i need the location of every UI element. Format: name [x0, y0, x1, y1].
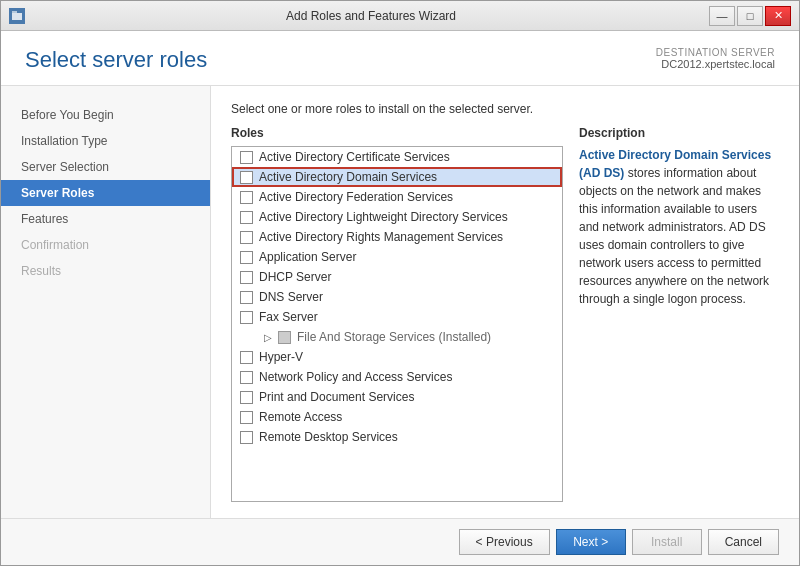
wizard-content: Before You Begin Installation Type Serve… — [1, 86, 799, 518]
role-label-adds: Active Directory Domain Services — [259, 170, 437, 184]
roles-container: Roles Active Directory Certificate Servi… — [231, 126, 779, 502]
role-label-adcs: Active Directory Certificate Services — [259, 150, 450, 164]
wizard-footer: < Previous Next > Install Cancel — [1, 518, 799, 565]
svg-rect-2 — [12, 11, 17, 13]
role-item-fax[interactable]: Fax Server — [232, 307, 562, 327]
description-label: Description — [579, 126, 779, 140]
role-checkbox-rds[interactable] — [240, 431, 253, 444]
role-item-rds[interactable]: Remote Desktop Services — [232, 427, 562, 447]
role-checkbox-appserver[interactable] — [240, 251, 253, 264]
role-item-npas[interactable]: Network Policy and Access Services — [232, 367, 562, 387]
role-item-pds[interactable]: Print and Document Services — [232, 387, 562, 407]
wizard-window: Add Roles and Features Wizard — □ ✕ Sele… — [0, 0, 800, 566]
role-label-adrms: Active Directory Rights Management Servi… — [259, 230, 503, 244]
role-item-remoteaccess[interactable]: Remote Access — [232, 407, 562, 427]
role-label-pds: Print and Document Services — [259, 390, 414, 404]
role-label-dhcp: DHCP Server — [259, 270, 331, 284]
nav-item-results: Results — [1, 258, 210, 284]
wizard-body: Select server roles DESTINATION SERVER D… — [1, 31, 799, 565]
window-title: Add Roles and Features Wizard — [33, 9, 709, 23]
wizard-nav: Before You Begin Installation Type Serve… — [1, 86, 211, 518]
wizard-title: Select server roles — [25, 47, 207, 73]
nav-item-confirmation: Confirmation — [1, 232, 210, 258]
role-label-npas: Network Policy and Access Services — [259, 370, 452, 384]
role-item-appserver[interactable]: Application Server — [232, 247, 562, 267]
previous-button[interactable]: < Previous — [459, 529, 550, 555]
role-item-hyperv[interactable]: Hyper-V — [232, 347, 562, 367]
wizard-main-panel: Select one or more roles to install on t… — [211, 86, 799, 518]
minimize-button[interactable]: — — [709, 6, 735, 26]
role-checkbox-adlds[interactable] — [240, 211, 253, 224]
role-item-dns[interactable]: DNS Server — [232, 287, 562, 307]
wizard-header: Select server roles DESTINATION SERVER D… — [1, 31, 799, 86]
role-item-adds[interactable]: Active Directory Domain Services — [232, 167, 562, 187]
nav-item-before-you-begin[interactable]: Before You Begin — [1, 102, 210, 128]
role-label-adfs: Active Directory Federation Services — [259, 190, 453, 204]
nav-item-server-selection[interactable]: Server Selection — [1, 154, 210, 180]
maximize-button[interactable]: □ — [737, 6, 763, 26]
main-subtitle: Select one or more roles to install on t… — [231, 102, 779, 116]
role-checkbox-fax[interactable] — [240, 311, 253, 324]
description-section: Description Active Directory Domain Serv… — [579, 126, 779, 502]
expand-arrow-icon[interactable]: ▷ — [262, 331, 274, 343]
destination-server: DESTINATION SERVER DC2012.xpertstec.loca… — [656, 47, 775, 70]
install-button[interactable]: Install — [632, 529, 702, 555]
nav-item-features[interactable]: Features — [1, 206, 210, 232]
role-label-filestorage: File And Storage Services (Installed) — [297, 330, 491, 344]
roles-listbox[interactable]: Active Directory Certificate ServicesAct… — [231, 146, 563, 502]
role-label-appserver: Application Server — [259, 250, 356, 264]
role-item-filestorage[interactable]: ▷File And Storage Services (Installed) — [232, 327, 562, 347]
role-label-adlds: Active Directory Lightweight Directory S… — [259, 210, 508, 224]
role-item-dhcp[interactable]: DHCP Server — [232, 267, 562, 287]
role-label-hyperv: Hyper-V — [259, 350, 303, 364]
role-checkbox-adds[interactable] — [240, 171, 253, 184]
role-item-adlds[interactable]: Active Directory Lightweight Directory S… — [232, 207, 562, 227]
role-checkbox-hyperv[interactable] — [240, 351, 253, 364]
role-checkbox-filestorage — [278, 331, 291, 344]
role-checkbox-adrms[interactable] — [240, 231, 253, 244]
role-checkbox-dhcp[interactable] — [240, 271, 253, 284]
role-label-rds: Remote Desktop Services — [259, 430, 398, 444]
title-bar: Add Roles and Features Wizard — □ ✕ — [1, 1, 799, 31]
role-label-fax: Fax Server — [259, 310, 318, 324]
cancel-button[interactable]: Cancel — [708, 529, 779, 555]
app-icon — [9, 8, 25, 24]
role-item-adfs[interactable]: Active Directory Federation Services — [232, 187, 562, 207]
roles-label: Roles — [231, 126, 563, 140]
role-item-adrms[interactable]: Active Directory Rights Management Servi… — [232, 227, 562, 247]
role-checkbox-adfs[interactable] — [240, 191, 253, 204]
description-text: Active Directory Domain Services (AD DS)… — [579, 146, 779, 308]
close-button[interactable]: ✕ — [765, 6, 791, 26]
role-label-dns: DNS Server — [259, 290, 323, 304]
role-item-adcs[interactable]: Active Directory Certificate Services — [232, 147, 562, 167]
destination-value: DC2012.xpertstec.local — [656, 58, 775, 70]
nav-item-installation-type[interactable]: Installation Type — [1, 128, 210, 154]
window-controls: — □ ✕ — [709, 6, 791, 26]
role-checkbox-remoteaccess[interactable] — [240, 411, 253, 424]
role-checkbox-npas[interactable] — [240, 371, 253, 384]
nav-item-server-roles[interactable]: Server Roles — [1, 180, 210, 206]
role-label-remoteaccess: Remote Access — [259, 410, 342, 424]
destination-label: DESTINATION SERVER — [656, 47, 775, 58]
roles-list-section: Roles Active Directory Certificate Servi… — [231, 126, 563, 502]
next-button[interactable]: Next > — [556, 529, 626, 555]
svg-rect-1 — [12, 13, 22, 20]
role-checkbox-pds[interactable] — [240, 391, 253, 404]
role-checkbox-dns[interactable] — [240, 291, 253, 304]
description-body: stores information about objects on the … — [579, 166, 769, 306]
role-checkbox-adcs[interactable] — [240, 151, 253, 164]
